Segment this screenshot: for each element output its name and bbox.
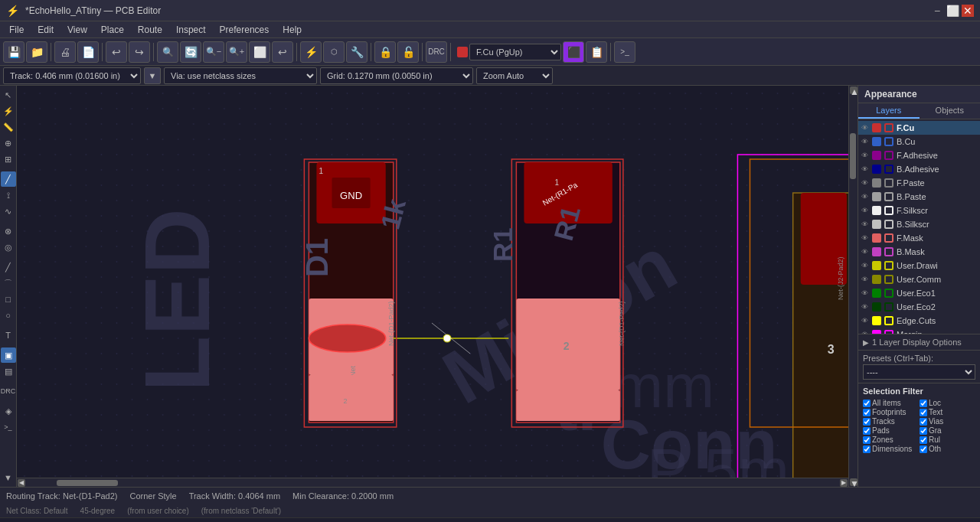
menu-item-inspect[interactable]: Inspect — [170, 23, 212, 37]
menu-item-route[interactable]: Route — [132, 23, 168, 37]
down-arrow-tool[interactable]: ▼ — [1, 470, 16, 485]
add-pad-tool[interactable]: ◎ — [1, 240, 16, 255]
layer-visibility-icon[interactable]: 👁 — [861, 138, 869, 145]
pcb-canvas[interactable]: LED Micron t. 5mm Conn P 5mm GND 1 Net-(… — [17, 86, 858, 487]
local-ratsnest-tool[interactable]: ⚡ — [1, 103, 16, 119]
sel-filter-item-vias[interactable]: Vias — [920, 417, 975, 426]
tab-objects[interactable]: Objects — [920, 103, 981, 119]
layer-item-usereco2[interactable]: 👁User.Eco2 — [858, 300, 980, 314]
zoom-in-button[interactable]: 🔍+ — [226, 41, 247, 63]
track-selector[interactable]: Track: 0.406 mm (0.01600 in) — [3, 67, 141, 84]
measure-tool[interactable]: 📏 — [1, 119, 16, 135]
layer-visibility-icon[interactable]: 👁 — [861, 289, 869, 297]
layer-visibility-icon[interactable]: 👁 — [861, 124, 869, 132]
zoom-reset-button[interactable]: ↩ — [272, 41, 293, 63]
sel-filter-checkbox[interactable] — [920, 427, 927, 435]
layer-display-options[interactable]: ▶ 1 Layer Display Options — [858, 334, 980, 350]
layer-visibility-icon[interactable]: 👁 — [861, 152, 869, 159]
layer-item-usercomm[interactable]: 👁User.Comm — [858, 272, 980, 286]
layer-item-fpaste[interactable]: 👁F.Paste — [858, 176, 980, 190]
photorealistic-tool[interactable]: ◈ — [1, 403, 16, 419]
layer-item-margin[interactable]: 👁Margin — [858, 328, 980, 334]
draw-line-tool[interactable]: ╱ — [1, 259, 16, 275]
layer-item-userdrawi[interactable]: 👁User.Drawi — [858, 259, 980, 272]
ratsnest-button[interactable]: ⬡ — [323, 41, 345, 63]
add-zone-tool[interactable]: ▣ — [1, 347, 16, 363]
sel-filter-checkbox[interactable] — [863, 445, 871, 453]
layer-visibility-icon[interactable]: 👁 — [861, 262, 869, 269]
refresh-button[interactable]: 🔄 — [180, 41, 201, 63]
sel-filter-item-footprints[interactable]: Footprints — [863, 408, 919, 416]
layer-visibility-icon[interactable]: 👁 — [861, 220, 869, 228]
sel-filter-item-all-items[interactable]: All items — [863, 399, 919, 407]
sel-filter-item-pads[interactable]: Pads — [863, 426, 919, 435]
layer-visibility-icon[interactable]: 👁 — [861, 234, 869, 242]
draw-rect-tool[interactable]: □ — [1, 292, 16, 307]
layer-highlight-button[interactable]: ⬛ — [563, 41, 584, 63]
layer-item-edgecuts[interactable]: 👁Edge.Cuts — [858, 314, 980, 328]
origin-tool[interactable]: ⊕ — [1, 135, 16, 151]
zoom-fit-button[interactable]: ⬜ — [249, 41, 270, 63]
print-button[interactable]: 🖨 — [54, 41, 76, 63]
sel-filter-checkbox[interactable] — [920, 445, 927, 453]
scroll-left-button[interactable]: ◀ — [18, 479, 25, 487]
unlock-button[interactable]: 🔓 — [397, 41, 419, 63]
menu-item-place[interactable]: Place — [95, 23, 130, 37]
vertical-scrollbar[interactable]: ▲ ▼ — [848, 86, 858, 487]
layer-visibility-icon[interactable]: 👁 — [861, 165, 869, 173]
grid-origin-tool[interactable]: ⊞ — [1, 152, 16, 167]
draw-arc-tool[interactable]: ⌒ — [1, 276, 16, 291]
layer-item-fmask[interactable]: 👁F.Mask — [858, 231, 980, 245]
close-button[interactable]: ✕ — [962, 5, 974, 17]
sel-filter-item-gra[interactable]: Gra — [920, 426, 975, 435]
zoom-out-button[interactable]: 🔍− — [203, 41, 224, 63]
maximize-button[interactable]: ⬜ — [946, 5, 959, 17]
track-options-icon[interactable]: ▼ — [144, 67, 161, 84]
horizontal-scrollbar[interactable]: ◀ ▶ — [17, 478, 848, 487]
find-button[interactable]: 🔍 — [157, 41, 178, 63]
sel-filter-checkbox[interactable] — [863, 418, 871, 426]
layer-visibility-icon[interactable]: 👁 — [861, 179, 869, 187]
fill-zones-tool[interactable]: ▤ — [1, 364, 16, 379]
add-text-tool[interactable]: T — [1, 328, 16, 343]
layer-visibility-icon[interactable]: 👁 — [861, 303, 869, 311]
sel-filter-checkbox[interactable] — [863, 427, 871, 435]
presets-dropdown[interactable]: ---- — [863, 364, 975, 380]
drc-button[interactable]: DRC — [426, 41, 447, 63]
layer-item-fcu[interactable]: 👁F.Cu — [858, 121, 980, 135]
sel-filter-item-tracks[interactable]: Tracks — [863, 417, 919, 426]
layer-selector[interactable]: F.Cu (PgUp) — [469, 44, 561, 60]
layer-item-usereco1[interactable]: 👁User.Eco1 — [858, 286, 980, 300]
tune-tool[interactable]: ∿ — [1, 204, 16, 219]
update-button[interactable]: 🔧 — [346, 41, 368, 63]
save-button[interactable]: 💾 — [3, 41, 24, 63]
sel-filter-checkbox[interactable] — [920, 400, 927, 407]
sel-filter-checkbox[interactable] — [863, 409, 871, 416]
layer-visibility-icon[interactable]: 👁 — [861, 317, 869, 325]
scroll-up-button[interactable]: ▲ — [850, 86, 858, 94]
open-project-button[interactable]: 📁 — [26, 41, 47, 63]
menu-item-edit[interactable]: Edit — [31, 23, 60, 37]
layer-item-badhesive[interactable]: 👁B.Adhesive — [858, 162, 980, 176]
scroll-thumb[interactable] — [850, 133, 856, 179]
minimize-button[interactable]: − — [931, 5, 943, 17]
scripting-tool[interactable]: >_ — [1, 419, 16, 435]
via-selector[interactable]: Via: use netclass sizes — [164, 67, 317, 84]
highlight-button[interactable]: ⚡ — [300, 41, 322, 63]
sel-filter-checkbox[interactable] — [920, 409, 927, 416]
sel-filter-checkbox[interactable] — [920, 418, 927, 426]
sel-filter-item-loc[interactable]: Loc — [920, 399, 975, 407]
layer-item-bmask[interactable]: 👁B.Mask — [858, 245, 980, 259]
layer-visibility-icon[interactable]: 👁 — [861, 193, 869, 201]
layer-item-bsilkscr[interactable]: 👁B.Silkscr — [858, 217, 980, 231]
sel-filter-checkbox[interactable] — [863, 436, 871, 444]
sel-filter-item-oth[interactable]: Oth — [920, 445, 975, 453]
draw-circle-tool[interactable]: ○ — [1, 308, 16, 323]
route-track-tool[interactable]: ╱ — [1, 171, 16, 187]
sel-filter-item-rul[interactable]: Rul — [920, 436, 975, 444]
menu-item-file[interactable]: File — [3, 23, 30, 37]
sel-filter-checkbox[interactable] — [863, 400, 871, 407]
layer-visibility-button[interactable]: 📋 — [586, 41, 607, 63]
layer-item-bcu[interactable]: 👁B.Cu — [858, 135, 980, 148]
lock-button[interactable]: 🔒 — [374, 41, 396, 63]
